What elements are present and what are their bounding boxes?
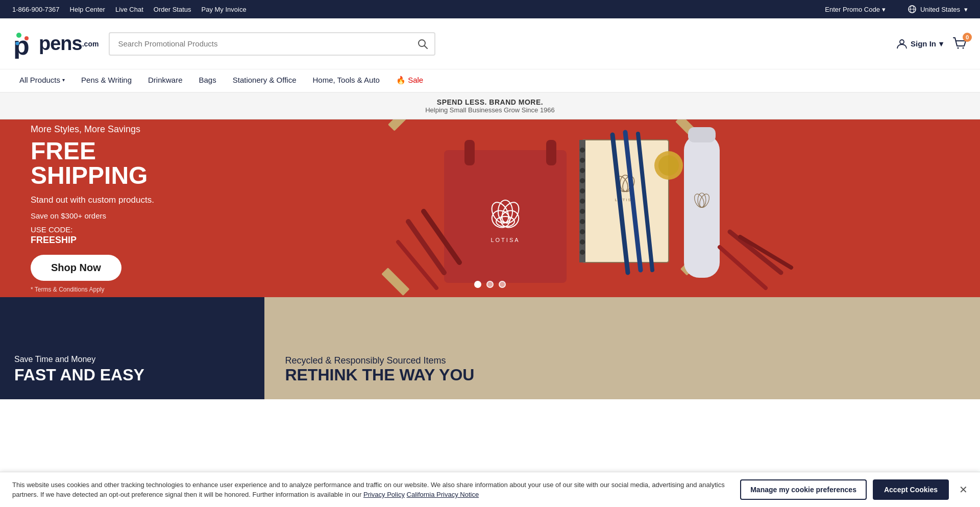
logo-tld: .com xyxy=(82,40,99,48)
carousel-dot-1[interactable] xyxy=(474,281,481,288)
nav-sale[interactable]: 🔥 Sale xyxy=(389,69,430,92)
nav-all-products[interactable]: All Products ▾ xyxy=(12,69,72,92)
sign-in-button[interactable]: Sign In ▾ xyxy=(896,38,943,50)
hero-subtitle: Stand out with custom products. xyxy=(31,195,184,205)
chevron-down-icon: ▾ xyxy=(939,39,943,49)
user-icon xyxy=(896,38,908,50)
shop-now-button[interactable]: Shop Now xyxy=(31,255,121,281)
svg-rect-18 xyxy=(546,140,556,165)
hero-code: FREESHIP xyxy=(31,235,184,246)
hero-tagline: More Styles, More Savings xyxy=(31,124,184,135)
nav-bags[interactable]: Bags xyxy=(192,69,224,92)
sign-in-label: Sign In xyxy=(911,39,936,48)
main-navigation: All Products ▾ Pens & Writing Drinkware … xyxy=(0,69,980,93)
chevron-down-icon: ▾ xyxy=(964,6,968,13)
svg-rect-12 xyxy=(388,119,416,131)
logo-icon: p xyxy=(12,29,39,59)
hero-title: FREE SHIPPING xyxy=(31,139,184,188)
svg-point-9 xyxy=(900,40,904,44)
svg-text:LOTISA: LOTISA xyxy=(491,237,520,243)
hero-save-text: Save on $300+ orders xyxy=(31,211,184,220)
cart-badge: 0 xyxy=(963,33,972,42)
live-chat-link[interactable]: Live Chat xyxy=(115,6,143,13)
svg-point-6 xyxy=(16,41,19,45)
card-left-title: FAST AND EASY xyxy=(14,366,250,384)
card-rethink[interactable]: Recycled & Responsibly Sourced Items RET… xyxy=(264,297,980,399)
hero-products-svg: LOTISA xyxy=(357,119,817,297)
svg-point-38 xyxy=(580,209,585,214)
svg-point-56 xyxy=(658,155,679,176)
svg-line-8 xyxy=(425,45,428,49)
logo[interactable]: p pens.com xyxy=(12,29,99,59)
country-label: United States xyxy=(920,6,960,13)
globe-icon xyxy=(908,5,916,13)
top-bar-left: 1-866-900-7367 Help Center Live Chat Ord… xyxy=(12,6,247,13)
phone-number[interactable]: 1-866-900-7367 xyxy=(12,6,60,13)
search-button[interactable] xyxy=(410,32,435,56)
svg-point-41 xyxy=(580,239,585,245)
tagline-sub: Helping Small Businesses Grow Since 1966 xyxy=(5,106,975,114)
svg-point-33 xyxy=(580,158,585,163)
carousel-dot-3[interactable] xyxy=(499,281,506,288)
hero-content: More Styles, More Savings FREE SHIPPING … xyxy=(0,119,214,297)
svg-point-35 xyxy=(580,178,585,183)
nav-drinkware[interactable]: Drinkware xyxy=(141,69,190,92)
svg-rect-14 xyxy=(381,268,409,296)
svg-rect-17 xyxy=(464,140,475,165)
order-status-link[interactable]: Order Status xyxy=(154,6,191,13)
svg-point-34 xyxy=(580,168,585,173)
cart-button[interactable]: 0 xyxy=(951,36,968,52)
svg-point-36 xyxy=(580,188,585,194)
help-center-link[interactable]: Help Center xyxy=(70,6,105,13)
svg-point-5 xyxy=(24,36,29,40)
hero-terms: * Terms & Conditions Apply xyxy=(31,286,184,293)
svg-point-4 xyxy=(16,33,21,38)
svg-point-11 xyxy=(963,47,964,49)
card-right-tagline: Recycled & Responsibly Sourced Items xyxy=(285,355,960,366)
top-bar: 1-866-900-7367 Help Center Live Chat Ord… xyxy=(0,0,980,18)
promo-code-label: Enter Promo Code xyxy=(825,6,880,13)
svg-point-42 xyxy=(580,250,585,255)
svg-rect-51 xyxy=(688,127,716,142)
hero-image-area: LOTISA xyxy=(194,119,980,297)
svg-point-40 xyxy=(580,229,585,234)
site-header: p pens.com Sign In ▾ xyxy=(0,18,980,69)
promo-code-dropdown[interactable]: Enter Promo Code ▾ xyxy=(825,6,886,13)
card-left-tagline: Save Time and Money xyxy=(14,355,250,364)
search-input[interactable] xyxy=(109,32,435,56)
pay-invoice-link[interactable]: Pay My Invoice xyxy=(202,6,247,13)
svg-point-10 xyxy=(958,47,959,49)
svg-line-28 xyxy=(398,242,436,288)
carousel-dots xyxy=(474,281,506,288)
nav-pens-writing[interactable]: Pens & Writing xyxy=(74,69,139,92)
svg-point-37 xyxy=(580,199,585,204)
header-actions: Sign In ▾ 0 xyxy=(896,36,968,52)
svg-rect-50 xyxy=(684,135,720,278)
carousel-dot-2[interactable] xyxy=(486,281,494,288)
nav-home-tools[interactable]: Home, Tools & Auto xyxy=(306,69,387,92)
logo-text: pens xyxy=(39,33,82,55)
nav-stationery[interactable]: Stationery & Office xyxy=(226,69,304,92)
hero-banner: More Styles, More Savings FREE SHIPPING … xyxy=(0,119,980,297)
search-area xyxy=(109,32,435,56)
country-selector[interactable]: United States ▾ xyxy=(908,5,968,13)
search-icon xyxy=(418,39,428,49)
bottom-cards: Save Time and Money FAST AND EASY Recycl… xyxy=(0,297,980,399)
svg-point-39 xyxy=(580,219,585,224)
chevron-down-icon: ▾ xyxy=(882,6,886,13)
svg-point-32 xyxy=(580,148,585,153)
tagline-main: SPEND LESS. BRAND MORE. xyxy=(5,98,975,106)
hero-code-label: USE CODE: xyxy=(31,225,184,234)
card-right-title: RETHINK THE WAY YOU xyxy=(285,366,960,384)
tagline-banner: SPEND LESS. BRAND MORE. Helping Small Bu… xyxy=(0,93,980,119)
chevron-down-icon: ▾ xyxy=(62,77,65,83)
svg-line-57 xyxy=(730,232,781,273)
card-fast-easy[interactable]: Save Time and Money FAST AND EASY xyxy=(0,297,264,399)
